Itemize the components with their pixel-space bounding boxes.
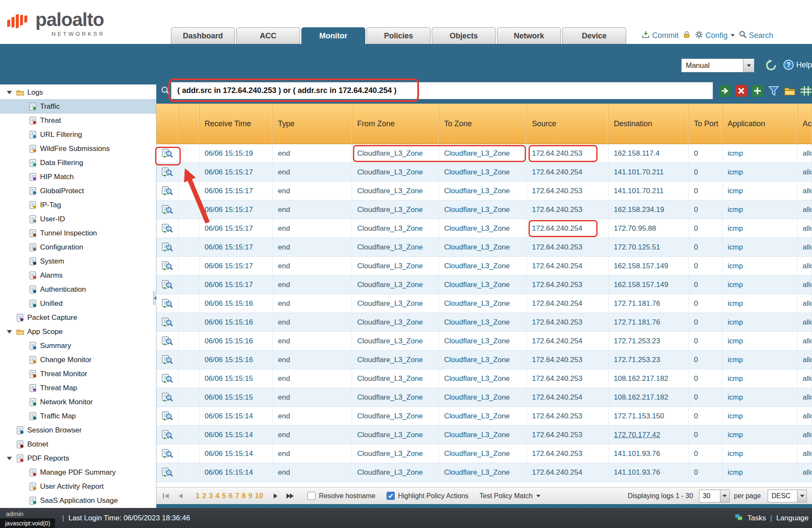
tab-objects[interactable]: Objects [432, 27, 496, 44]
log-detail-icon[interactable] [162, 355, 173, 365]
tab-dashboard[interactable]: Dashboard [171, 27, 235, 44]
sidebar-item-user-activity-report[interactable]: User Activity Report [0, 479, 156, 493]
log-detail-icon[interactable] [162, 430, 173, 440]
tab-device[interactable]: Device [562, 27, 626, 44]
export-icon[interactable] [800, 84, 812, 97]
tab-policies[interactable]: Policies [367, 27, 431, 44]
clear-filter-button[interactable] [735, 84, 748, 97]
sidebar-item-data-filtering[interactable]: Data Filtering [0, 156, 156, 170]
sidebar-item-system[interactable]: System [0, 254, 156, 268]
tab-acc[interactable]: ACC [236, 27, 300, 44]
sidebar-item-traffic-map[interactable]: Traffic Map [0, 409, 156, 423]
log-detail-icon[interactable] [162, 223, 173, 233]
log-detail-icon[interactable] [162, 205, 173, 215]
sidebar-item-threat-monitor[interactable]: Threat Monitor [0, 367, 156, 381]
column-header-from-zone[interactable]: From Zone [352, 104, 439, 144]
sidebar-item-botnet[interactable]: Botnet [0, 437, 156, 451]
page-link-4[interactable]: 4 [215, 492, 219, 500]
first-page-button[interactable] [162, 492, 171, 500]
save-filter-icon[interactable] [767, 84, 780, 97]
next-page-button[interactable] [272, 492, 279, 500]
log-detail-icon[interactable] [162, 242, 173, 252]
sidebar-item-summary[interactable]: Summary [0, 339, 156, 353]
sidebar-item-traffic[interactable]: Traffic [0, 99, 156, 113]
refresh-mode-select[interactable]: Manual [681, 58, 754, 73]
prev-page-button[interactable] [177, 492, 184, 500]
search-button[interactable]: Search [739, 30, 773, 41]
sidebar-item-tunnel-inspection[interactable]: Tunnel Inspection [0, 226, 156, 240]
tab-network[interactable]: Network [497, 27, 561, 44]
sidebar-item-session-browser[interactable]: Session Browser [0, 423, 156, 437]
log-filter-input[interactable]: ( addr.src in 172.64.240.253 ) or ( addr… [171, 82, 713, 99]
log-detail-icon[interactable] [162, 336, 173, 346]
column-header-action[interactable]: Action [798, 104, 812, 144]
sidebar-item-ip-tag[interactable]: IP-Tag [0, 198, 156, 212]
sidebar-item-app-scope[interactable]: App Scope [0, 325, 156, 339]
page-link-1[interactable]: 1 [196, 492, 199, 500]
highlight-policy-actions-checkbox[interactable] [387, 492, 395, 500]
sort-order-dropdown-button[interactable] [797, 490, 806, 502]
sidebar-item-hip-match[interactable]: HIP Match [0, 170, 156, 184]
column-header-destination[interactable]: Destination [609, 104, 689, 144]
log-detail-icon[interactable] [162, 167, 173, 177]
column-header-source[interactable]: Source [527, 104, 609, 144]
cell-destination[interactable]: 172.70.177.42 [614, 431, 660, 439]
sidebar-item-network-monitor[interactable]: Network Monitor [0, 395, 156, 409]
resolve-hostname-checkbox[interactable] [307, 492, 315, 500]
sidebar-item-pdf-reports[interactable]: PDF Reports [0, 451, 156, 465]
log-detail-icon[interactable] [162, 280, 173, 290]
language-button[interactable]: Language [776, 514, 809, 522]
log-detail-icon[interactable] [162, 299, 173, 308]
log-detail-icon[interactable] [162, 261, 173, 271]
log-detail-icon[interactable] [162, 186, 173, 196]
commit-button[interactable]: Commit [642, 30, 679, 41]
help-button[interactable]: ? Help [783, 60, 812, 70]
lock-icon[interactable] [682, 30, 691, 41]
sort-order-select[interactable]: DESC [768, 490, 807, 502]
per-page-dropdown-button[interactable] [720, 490, 729, 502]
log-detail-icon[interactable] [162, 449, 173, 458]
column-header-application[interactable]: Application [722, 104, 798, 144]
expand-arrow-icon[interactable] [4, 457, 14, 460]
sidebar-item-authentication[interactable]: Authentication [0, 282, 156, 296]
sidebar-item-user-id[interactable]: User-ID [0, 212, 156, 226]
per-page-select[interactable]: 30 [699, 490, 730, 502]
load-filter-icon[interactable] [783, 84, 796, 97]
log-detail-icon[interactable] [162, 411, 173, 421]
expand-arrow-icon[interactable] [4, 330, 14, 334]
last-page-button[interactable] [285, 492, 295, 500]
column-header-receive-time[interactable]: Receive Time [199, 104, 273, 144]
refresh-mode-dropdown-button[interactable] [743, 59, 754, 72]
column-header-type[interactable]: Type [273, 104, 352, 144]
expand-arrow-icon[interactable] [4, 91, 14, 94]
config-button[interactable]: Config [695, 30, 735, 41]
sidebar-item-unified[interactable]: Unified [0, 296, 156, 310]
log-detail-icon[interactable] [162, 467, 173, 477]
sidebar-item-threat-map[interactable]: Threat Map [0, 381, 156, 395]
column-header-to-zone[interactable]: To Zone [439, 104, 527, 144]
page-link-8[interactable]: 8 [242, 492, 246, 500]
page-link-3[interactable]: 3 [209, 492, 213, 500]
page-link-7[interactable]: 7 [235, 492, 239, 500]
test-policy-match-button[interactable]: Test Policy Match [480, 492, 540, 500]
log-detail-icon[interactable] [162, 317, 173, 327]
sidebar-item-configuration[interactable]: Configuration [0, 240, 156, 254]
sidebar-item-globalprotect[interactable]: GlobalProtect [0, 184, 156, 198]
sidebar-item-change-monitor[interactable]: Change Monitor [0, 353, 156, 367]
sidebar-item-alarms[interactable]: Alarms [0, 268, 156, 282]
tab-monitor[interactable]: Monitor [301, 27, 365, 44]
log-detail-icon[interactable] [162, 374, 173, 383]
page-link-10[interactable]: 10 [255, 492, 263, 500]
sidebar-item-wildfire-submissions[interactable]: WildFire Submissions [0, 142, 156, 156]
sidebar-item-threat[interactable]: Threat [0, 113, 156, 128]
add-filter-button[interactable] [751, 84, 764, 97]
apply-filter-button[interactable] [719, 84, 731, 97]
sidebar-item-url-filtering[interactable]: URL Filtering [0, 128, 156, 142]
log-detail-icon[interactable] [162, 392, 173, 402]
tasks-button[interactable]: Tasks [747, 514, 766, 522]
sidebar-item-manage-pdf-summary[interactable]: Manage PDF Summary [0, 465, 156, 479]
page-link-5[interactable]: 5 [222, 492, 226, 500]
sidebar-item-saas-application-usage[interactable]: SaaS Application Usage [0, 493, 156, 508]
page-link-2[interactable]: 2 [202, 492, 206, 500]
page-link-9[interactable]: 9 [249, 492, 252, 500]
